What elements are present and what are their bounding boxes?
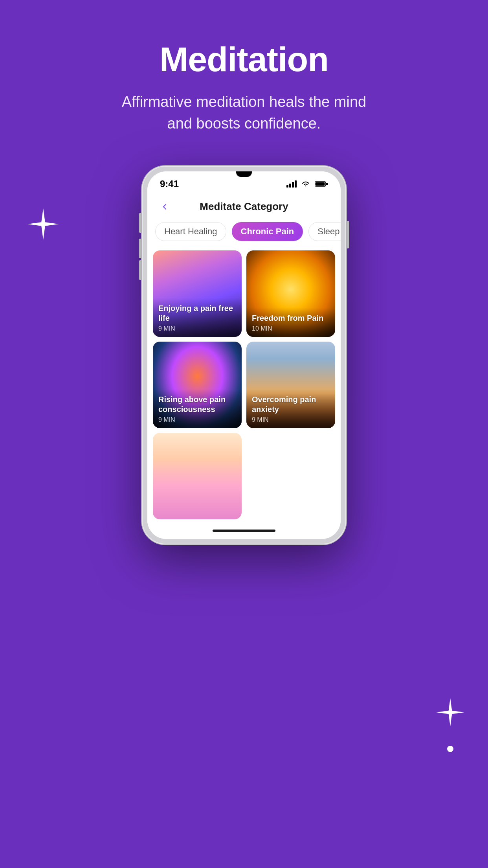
tab-sleep[interactable]: Sleep — [308, 222, 341, 241]
card-duration: 9 MIN — [252, 416, 330, 423]
wifi-icon — [301, 180, 311, 188]
status-bar: 9:41 — [147, 171, 341, 193]
star-dot — [447, 746, 453, 752]
page-subtitle: Affirmative meditation heals the mind an… — [110, 91, 378, 134]
star-decoration-left — [28, 208, 59, 240]
card-enjoying-pain-free[interactable]: Enjoying a pain free life 9 MIN — [153, 250, 242, 337]
home-indicator — [147, 525, 341, 539]
status-icons — [286, 180, 328, 188]
home-bar — [213, 530, 275, 532]
card-title: Rising above pain consciousness — [158, 395, 236, 414]
card-clouds[interactable] — [153, 433, 242, 519]
svg-rect-2 — [292, 182, 294, 188]
card-overcoming-pain-anxiety[interactable]: Overcoming pain anxiety 9 MIN — [246, 342, 335, 428]
card-rising-above-pain[interactable]: Rising above pain consciousness 9 MIN — [153, 342, 242, 428]
card-freedom-from-pain[interactable]: Freedom from Pain 10 MIN — [246, 250, 335, 337]
status-time: 9:41 — [160, 178, 179, 189]
svg-rect-0 — [286, 185, 288, 188]
phone-mockup: 9:41 — [142, 166, 346, 544]
signal-icon — [286, 180, 297, 188]
card-overlay: Rising above pain consciousness 9 MIN — [153, 389, 242, 428]
card-duration: 9 MIN — [158, 325, 236, 332]
svg-rect-3 — [295, 180, 297, 188]
tab-heart-healing[interactable]: Heart Healing — [155, 222, 226, 241]
card-bg — [153, 433, 242, 519]
card-title: Enjoying a pain free life — [158, 303, 236, 323]
svg-rect-6 — [326, 183, 328, 185]
page-title: Meditation — [160, 39, 328, 79]
back-button[interactable] — [158, 200, 172, 214]
meditation-grid: Enjoying a pain free life 9 MIN Freedom … — [147, 248, 341, 525]
svg-rect-1 — [289, 184, 291, 188]
app-header: Meditate Category — [147, 193, 341, 218]
battery-icon — [315, 180, 328, 188]
card-overlay: Freedom from Pain 10 MIN — [246, 308, 335, 337]
card-title: Overcoming pain anxiety — [252, 395, 330, 414]
notch — [236, 171, 252, 177]
card-overlay: Overcoming pain anxiety 9 MIN — [246, 389, 335, 428]
app-content: Meditate Category Heart Healing Chronic … — [147, 193, 341, 539]
card-duration: 9 MIN — [158, 416, 236, 423]
category-tabs: Heart Healing Chronic Pain Sleep Anxiety — [147, 218, 341, 248]
star-decoration-right — [436, 698, 464, 726]
svg-rect-5 — [316, 182, 325, 186]
phone-frame: 9:41 — [142, 166, 346, 544]
card-duration: 10 MIN — [252, 325, 330, 332]
app-header-title: Meditate Category — [200, 200, 288, 213]
card-overlay: Enjoying a pain free life 9 MIN — [153, 298, 242, 337]
card-title: Freedom from Pain — [252, 313, 330, 323]
phone-screen: 9:41 — [147, 171, 341, 539]
tab-chronic-pain[interactable]: Chronic Pain — [232, 222, 303, 241]
